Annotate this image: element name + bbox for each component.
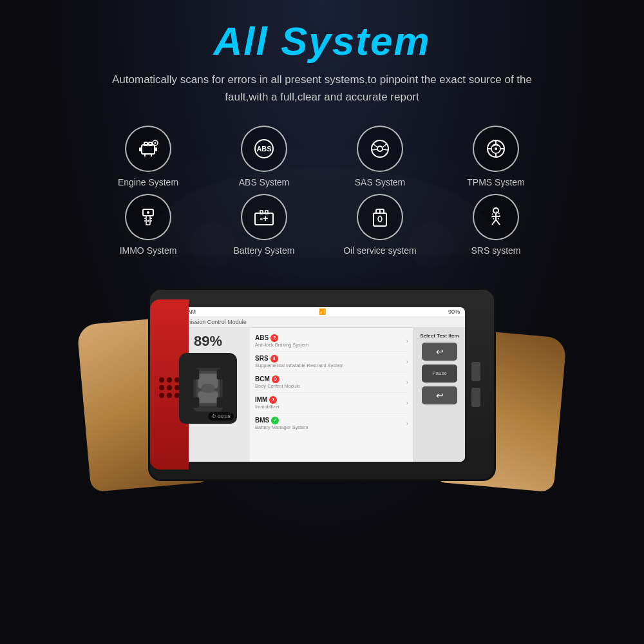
diag-info-srs: SRS 3 Supplemental Inflatable Restraint … [255, 355, 406, 368]
svg-point-26 [495, 147, 497, 150]
srs-icon [483, 204, 509, 230]
srs-icon-circle [473, 194, 519, 240]
screen-battery-status: 90% [448, 308, 460, 315]
svg-point-55 [201, 383, 215, 393]
abs-label: ABS System [239, 177, 290, 187]
tpms-label: TPMS System [467, 177, 524, 187]
tpms-icon-circle [473, 126, 519, 172]
sas-icon-circle [357, 126, 403, 172]
speaker-hole [167, 377, 172, 383]
srs-label: SRS system [471, 245, 520, 256]
srs-chevron: › [406, 358, 408, 365]
export-button[interactable]: ↩ [422, 343, 457, 361]
imm-sub: Immobilizer [255, 404, 406, 410]
select-test-title: Select Test Item [420, 333, 459, 339]
screen-status-bar: 02:13 AM 📶 90% [166, 307, 465, 317]
immo-icon-circle [125, 194, 171, 240]
control-button-2[interactable] [471, 388, 480, 407]
diag-row-abs[interactable]: ABS 2 Anti-lock Braking System › [255, 331, 408, 352]
svg-point-11 [155, 142, 156, 144]
diag-name-abs: ABS 2 [255, 334, 406, 342]
abs-chevron: › [406, 337, 408, 345]
oil-icon [367, 204, 393, 230]
svg-rect-52 [217, 369, 224, 379]
srs-error-count: 3 [270, 355, 278, 363]
svg-line-19 [383, 149, 388, 150]
svg-line-17 [383, 144, 387, 147]
back-button[interactable]: ↩ [422, 386, 457, 404]
diag-row-bms[interactable]: BMS ✓ Battery Manager System › [255, 413, 408, 433]
screen-header: Transmission Control Module [166, 317, 465, 328]
system-battery[interactable]: -+ Battery System [225, 194, 303, 256]
screen-wifi: 📶 [319, 308, 326, 315]
screen-main-content: 89% [166, 328, 465, 462]
diag-name-imm: IMM 3 [255, 396, 406, 404]
bcm-sub: Body Control Module [255, 383, 406, 389]
device-controls-right [471, 362, 484, 407]
svg-rect-7 [149, 142, 152, 146]
car-top-svg [185, 356, 231, 421]
system-tpms[interactable]: TPMS System [457, 126, 535, 187]
diag-info-imm: IMM 3 Immobilizer [255, 396, 406, 410]
systems-row-1: Engine System ABS ABS System [109, 126, 535, 187]
screen-diagnostics: ABS 2 Anti-lock Braking System › [250, 328, 413, 462]
svg-point-15 [377, 146, 383, 151]
device-body: 02:13 AM 📶 90% Transmission Control Modu… [148, 288, 496, 481]
svg-rect-4 [139, 147, 142, 151]
oil-label: Oil service system [343, 245, 417, 256]
diag-info-bms: BMS ✓ Battery Manager System [255, 417, 406, 430]
svg-rect-3 [142, 145, 155, 154]
svg-text:-+: -+ [260, 213, 269, 223]
abs-icon-circle: ABS [241, 126, 287, 172]
immo-label: IMMO System [120, 245, 177, 256]
diag-name-bcm: BCM 3 [255, 375, 406, 383]
diag-name-srs: SRS 3 [255, 355, 406, 363]
device-screen: 02:13 AM 📶 90% Transmission Control Modu… [166, 307, 465, 462]
battery-label: Battery System [234, 245, 295, 256]
abs-sub: Anti-lock Braking System [255, 342, 406, 348]
imm-chevron: › [406, 399, 408, 406]
control-button-1[interactable] [471, 362, 480, 381]
device-section: 02:13 AM 📶 90% Transmission Control Modu… [0, 275, 644, 481]
svg-line-18 [372, 149, 377, 150]
diag-row-srs[interactable]: SRS 3 Supplemental Inflatable Restraint … [255, 352, 408, 372]
diag-row-imm[interactable]: IMM 3 Immobilizer › [255, 393, 408, 413]
engine-icon [135, 136, 161, 162]
battery-percentage: 89% [194, 333, 222, 350]
svg-rect-54 [217, 397, 224, 407]
abs-icon: ABS [251, 136, 277, 162]
srs-sub: Supplemental Inflatable Restraint System [255, 363, 406, 368]
oil-icon-circle [357, 194, 403, 240]
system-immo[interactable]: IMMO System [109, 194, 187, 256]
speaker-hole [159, 393, 164, 398]
system-oil[interactable]: Oil service system [341, 194, 419, 256]
bcm-chevron: › [406, 379, 408, 386]
system-srs[interactable]: SRS system [457, 194, 535, 256]
imm-error-count: 3 [269, 396, 277, 404]
system-abs[interactable]: ABS ABS System [225, 126, 303, 187]
speaker-hole [159, 377, 164, 383]
scan-timer: ⏱ 00:08 [208, 412, 234, 421]
diag-name-bms: BMS ✓ [255, 417, 406, 424]
sas-label: SAS System [355, 177, 406, 187]
svg-rect-53 [192, 397, 199, 407]
svg-rect-39 [374, 213, 386, 226]
abs-error-count: 2 [270, 334, 278, 342]
system-engine[interactable]: Engine System [109, 126, 187, 187]
page-title: All System [213, 19, 430, 63]
system-sas[interactable]: SAS System [341, 126, 419, 187]
car-top-view: ⏱ 00:08 [179, 353, 237, 424]
main-content: All System Automatically scans for error… [0, 0, 644, 481]
diag-row-bcm[interactable]: BCM 3 Body Control Module › [255, 372, 408, 393]
svg-line-44 [496, 220, 500, 225]
bms-ok-badge: ✓ [271, 417, 279, 424]
svg-rect-51 [192, 369, 199, 379]
sas-icon [367, 136, 393, 162]
diag-info-abs: ABS 2 Anti-lock Braking System [255, 334, 406, 348]
speaker-hole [167, 393, 172, 398]
pause-button[interactable]: Pause [422, 365, 457, 383]
engine-label: Engine System [118, 177, 178, 187]
device-wrapper: 02:13 AM 📶 90% Transmission Control Modu… [97, 275, 547, 481]
speaker-grid [159, 377, 180, 398]
svg-point-28 [147, 211, 149, 214]
